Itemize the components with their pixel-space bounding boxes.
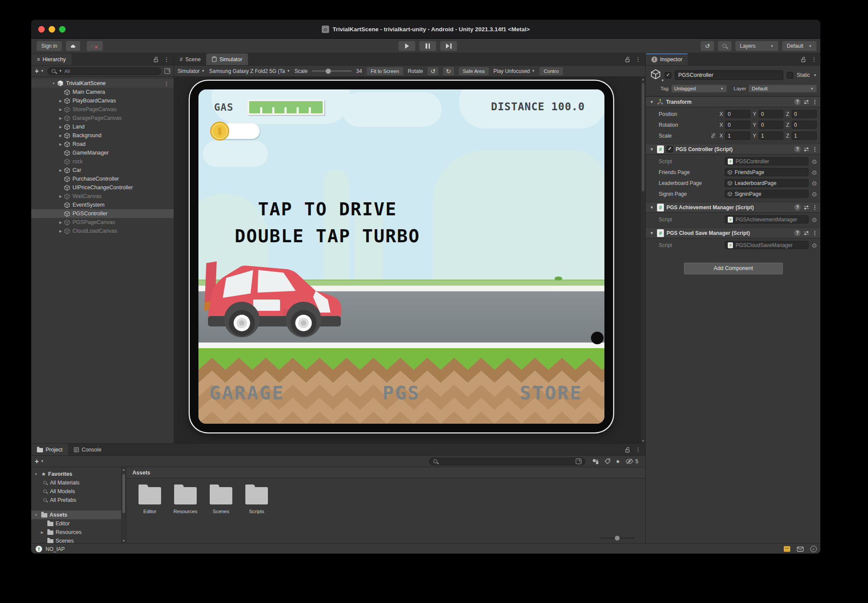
open-search-window-icon[interactable]	[576, 458, 581, 464]
tab-inspector[interactable]: i Inspector	[646, 53, 688, 65]
asset-types-icon[interactable]	[592, 458, 599, 465]
static-checkbox[interactable]	[787, 72, 793, 79]
presets-icon[interactable]	[803, 204, 809, 211]
panel-menu-icon[interactable]: ⋮	[164, 56, 169, 62]
hierarchy-item[interactable]: PGSController	[31, 209, 174, 218]
component-header[interactable]: ▼ # PGS Controller (Script) ? ⋮	[646, 144, 821, 155]
help-icon[interactable]: ?	[794, 230, 801, 236]
favorites-root[interactable]: ▼ ★ Favorites	[31, 470, 121, 478]
object-picker-icon[interactable]: ⊙	[809, 242, 817, 249]
safe-area-button[interactable]: Safe Area	[459, 67, 489, 76]
hierarchy-search-input[interactable]: ▼ All	[47, 67, 161, 75]
object-picker-icon[interactable]: ⊙	[809, 180, 817, 187]
favorites-item[interactable]: All Models	[31, 487, 121, 496]
asset-folder-tile[interactable]: Scenes	[209, 487, 233, 514]
hierarchy-item[interactable]: ▶PGSPageCanvas	[31, 218, 174, 227]
object-picker-icon[interactable]: ⊙	[809, 216, 817, 223]
foldout-arrow-icon[interactable]: ▼	[649, 147, 654, 152]
help-icon[interactable]: ?	[794, 99, 801, 105]
transform-header[interactable]: ▼ Transform ? ⋮	[646, 96, 821, 107]
hierarchy-item[interactable]: ▶PlayBoardCanvas	[31, 96, 174, 105]
device-dropdown[interactable]: Samsung Galaxy Z Fold2 5G (Ta▼	[209, 68, 290, 74]
object-field[interactable]: LeaderboardPage	[725, 179, 809, 187]
object-name-field[interactable]	[675, 70, 783, 80]
presets-icon[interactable]	[803, 99, 809, 105]
favorites-star-icon[interactable]: ★	[616, 458, 620, 465]
object-field[interactable]: #PGSCloudSaveManager	[725, 241, 809, 249]
z-value-field[interactable]: 1	[792, 132, 817, 140]
hidden-count-eye-icon[interactable]	[625, 458, 634, 464]
presets-icon[interactable]	[803, 146, 809, 152]
lock-icon[interactable]	[153, 56, 158, 63]
add-component-button[interactable]: Add Component	[684, 263, 783, 274]
game-screen[interactable]: GAS DISTANCE 100.0 TAP TO DRIVE DOUBLE T…	[198, 89, 604, 424]
chevron-down-icon[interactable]: ▼	[813, 73, 817, 77]
fit-to-screen-button[interactable]: Fit to Screen	[366, 67, 403, 76]
gameobject-icon[interactable]: ▼	[650, 69, 661, 82]
chevron-down-icon[interactable]: ▼	[40, 459, 44, 463]
assets-root[interactable]: ▼ Assets	[31, 511, 121, 519]
simulator-viewport[interactable]: GAS DISTANCE 100.0 TAP TO DRIVE DOUBLE T…	[174, 77, 645, 443]
expand-arrow-icon[interactable]: ▶	[57, 194, 64, 198]
expand-arrow-icon[interactable]: ▼	[50, 82, 57, 86]
object-picker-icon[interactable]: ⊙	[809, 169, 817, 176]
link-constrain-icon[interactable]	[710, 133, 716, 138]
hierarchy-item[interactable]: ▶Background	[31, 131, 174, 140]
x-value-field[interactable]: 0	[725, 110, 750, 118]
component-menu-icon[interactable]: ⋮	[812, 204, 818, 210]
hierarchy-item[interactable]: ▶Land	[31, 122, 174, 131]
component-enabled-checkbox[interactable]	[667, 146, 673, 152]
hierarchy-item[interactable]: ▶CloudLoadCanvas	[31, 227, 174, 235]
create-add-button[interactable]: +	[35, 68, 39, 75]
object-field[interactable]: FriendsPage	[725, 168, 809, 176]
lock-icon[interactable]	[625, 56, 630, 63]
store-button[interactable]: STORE	[520, 382, 582, 404]
tag-dropdown[interactable]: Untagged▼	[671, 85, 727, 92]
component-menu-icon[interactable]: ⋮	[812, 99, 818, 105]
expand-arrow-icon[interactable]: ▶	[57, 168, 64, 172]
play-button[interactable]	[398, 41, 416, 51]
project-folder-item[interactable]: Scenes	[31, 537, 121, 543]
status-check-icon[interactable]: ✓	[810, 546, 817, 552]
help-icon[interactable]: ?	[794, 146, 801, 152]
cloud-button[interactable]	[66, 41, 80, 51]
hierarchy-item[interactable]: ▶Road	[31, 140, 174, 148]
component-header[interactable]: ▼ # PGS Cloud Save Manager (Script) ? ⋮	[646, 227, 821, 238]
project-folder-item[interactable]: ▶ Resources	[31, 528, 121, 537]
lock-icon[interactable]	[625, 447, 630, 453]
scrollbar-thumb[interactable]	[122, 474, 125, 513]
scroll-up-icon[interactable]: ▲	[122, 468, 126, 471]
panel-menu-icon[interactable]: ⋮	[811, 56, 817, 62]
slider-knob[interactable]	[326, 69, 331, 74]
expand-arrow-icon[interactable]: ▶	[39, 531, 45, 534]
foldout-arrow-icon[interactable]: ▼	[649, 100, 654, 104]
scrollbar-thumb[interactable]	[642, 83, 644, 191]
scroll-up-icon[interactable]: ▲	[641, 78, 645, 81]
presets-icon[interactable]	[803, 230, 809, 236]
object-picker-icon[interactable]: ⊙	[809, 191, 817, 198]
undo-history-button[interactable]: ↺	[700, 41, 714, 51]
expand-arrow-icon[interactable]: ▼	[33, 472, 39, 476]
slider-knob[interactable]	[615, 536, 620, 540]
scene-options-icon[interactable]: ⋮	[164, 81, 169, 86]
chevron-down-icon[interactable]: ▼	[40, 69, 44, 73]
open-search-window-icon[interactable]	[165, 68, 170, 74]
assets-breadcrumb[interactable]: Assets	[126, 467, 645, 478]
hierarchy-item[interactable]: PurchaseController	[31, 175, 174, 183]
simulator-menu-dropdown[interactable]: Simulator▼	[178, 68, 205, 74]
hierarchy-item[interactable]: ▶Car	[31, 166, 174, 175]
search-button[interactable]	[718, 41, 732, 51]
progress-activity-icon[interactable]	[784, 546, 790, 552]
status-message[interactable]: NO_IAP	[46, 546, 65, 552]
asset-folder-tile[interactable]: Resources	[173, 487, 198, 514]
hierarchy-scene-row[interactable]: ▼ TrivialKartScene ⋮	[31, 79, 174, 88]
hierarchy-item[interactable]: Main Camera	[31, 88, 174, 96]
tab-hierarchy[interactable]: ≡ Hierarchy	[31, 53, 72, 65]
coin-toggle[interactable]	[213, 123, 260, 139]
project-folder-item[interactable]: Editor	[31, 519, 121, 528]
project-search-input[interactable]	[429, 458, 585, 465]
object-field[interactable]: #PGSController	[725, 157, 809, 165]
icon-size-slider[interactable]	[600, 537, 635, 539]
label-tag-icon[interactable]	[604, 458, 611, 465]
control-button[interactable]: Contro	[539, 67, 563, 76]
